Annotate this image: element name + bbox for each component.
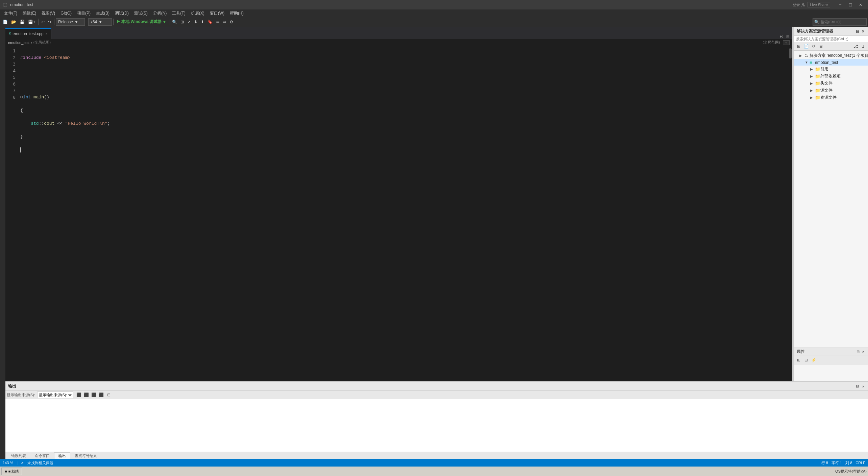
status-bar-right: 行 8 字符 1 列 8 CRLF: [821, 460, 865, 466]
toolbar-btn-12[interactable]: ⚙: [228, 19, 235, 25]
menu-item-D[interactable]: 调试(D): [112, 10, 131, 17]
zoom-indicator[interactable]: 143 %: [3, 461, 13, 465]
search-file-button[interactable]: 🔍: [171, 19, 178, 25]
start-button[interactable]: ■ ■ 就绪: [1, 468, 22, 475]
platform-dropdown[interactable]: x64 ▼ x64 x86: [88, 18, 112, 26]
tab-close-0[interactable]: ×: [46, 32, 48, 36]
se-dock-icon[interactable]: ⊟: [855, 29, 860, 34]
menu-item-H[interactable]: 帮助(H): [227, 10, 246, 17]
toolbar-btn-11[interactable]: ➡: [221, 19, 227, 25]
tree-arrow-ext[interactable]: ▶: [810, 74, 815, 78]
props-btn-events[interactable]: ⚡: [810, 357, 817, 363]
save-button[interactable]: 💾: [18, 19, 26, 25]
tree-arrow-hdr[interactable]: ▶: [810, 81, 815, 85]
sol-btn-1[interactable]: ⊞: [795, 43, 802, 50]
bottom-tab-1[interactable]: 命令窗口: [30, 452, 54, 459]
sol-btn-2[interactable]: 📄: [803, 43, 810, 50]
bookmark-button[interactable]: 🔖: [206, 19, 214, 25]
bottom-tab-3[interactable]: 查找符号结果: [70, 452, 101, 459]
bottom-tab-2[interactable]: 输出: [54, 452, 70, 459]
menu-item-B[interactable]: 生成(B): [93, 10, 112, 17]
tree-item-resources[interactable]: ▶ 📁 资源文件: [794, 94, 868, 101]
output-btn-5[interactable]: ⊟: [105, 391, 112, 398]
menu-item-P[interactable]: 项目(P): [74, 10, 93, 17]
scope-dropdown[interactable]: (全局范围): [763, 40, 780, 45]
sol-btn-changes[interactable]: ±: [860, 43, 867, 50]
code-editor[interactable]: 1 2 3 4 5 6 7 8 #include <iostream> ⊟int…: [5, 46, 792, 381]
tree-arrow-src[interactable]: ▶: [810, 89, 815, 92]
sol-btn-3[interactable]: ↺: [810, 43, 817, 50]
menu-item-S[interactable]: 测试(S): [131, 10, 150, 17]
code-content[interactable]: #include <iostream> ⊟int main() { std::c…: [19, 46, 788, 381]
menu-item-N[interactable]: 分析(N): [150, 10, 170, 17]
output-toolbar: 显示输出来源(S): 显示输出来源(S): ⬛ ⬛ ⬛ ⬛ ⊟: [5, 391, 868, 399]
bottom-tab-0[interactable]: 错误列表: [7, 452, 30, 459]
editor-tab-0[interactable]: S emotion_test.cpp ×: [5, 28, 51, 39]
tree-item-external[interactable]: ▶ 📁 外部依赖项: [794, 73, 868, 80]
breadcrumb-project[interactable]: emotion_test: [8, 41, 29, 45]
props-close-icon[interactable]: ×: [861, 350, 865, 354]
output-btn-3[interactable]: ⬛: [91, 391, 97, 398]
pin-tab-button[interactable]: ⧑: [778, 34, 785, 39]
props-btn-sort[interactable]: ⊞: [795, 357, 802, 363]
scrollbar-thumb[interactable]: [789, 48, 792, 58]
editor-scrollbar[interactable]: [788, 46, 792, 381]
tree-project[interactable]: ▼ ■ emotion_test: [794, 59, 868, 66]
tree-item-references[interactable]: ▶ 📁 引用: [794, 66, 868, 73]
start-label: ■ 就绪: [8, 469, 19, 474]
toolbar-btn-8[interactable]: ⬆: [199, 19, 206, 25]
user-label[interactable]: 登录 凡: [793, 2, 805, 7]
output-source-select[interactable]: 显示输出来源(S):: [37, 391, 73, 398]
menu-item-V[interactable]: 视图(V): [39, 10, 58, 17]
toolbar-btn-10[interactable]: ⬅: [215, 19, 221, 25]
save-all-button[interactable]: 💾+: [27, 19, 37, 25]
menu-item-W[interactable]: 窗口(W): [207, 10, 227, 17]
add-scope-button[interactable]: +: [783, 40, 790, 45]
se-header-actions: ⊟ ×: [855, 29, 865, 34]
undo-button[interactable]: ↩: [40, 19, 46, 25]
tree-item-headers[interactable]: ▶ 📁 头文件: [794, 80, 868, 87]
menu-item-X[interactable]: 扩展(X): [188, 10, 207, 17]
sol-btn-4[interactable]: ⊟: [818, 43, 824, 50]
output-pin-icon[interactable]: ⊟: [855, 384, 860, 388]
tree-item-sources[interactable]: ▶ 📁 源文件: [794, 87, 868, 94]
props-btn-cat[interactable]: ⊟: [803, 357, 810, 363]
live-share-btn[interactable]: Live Share: [807, 2, 830, 7]
redo-button[interactable]: ↪: [47, 19, 53, 25]
sol-btn-git[interactable]: ⎇: [852, 43, 859, 50]
collapse-icon-main[interactable]: ⊟: [20, 95, 23, 100]
maximize-button[interactable]: □: [846, 1, 855, 8]
os-label: OS提示符(帮助)(A): [835, 469, 867, 474]
open-button[interactable]: 📂: [10, 19, 18, 25]
tree-arrow-ref[interactable]: ▶: [810, 67, 815, 71]
close-button[interactable]: ×: [856, 1, 865, 8]
search-input[interactable]: [821, 20, 861, 24]
main-area: S emotion_test.cpp × ⧑ ⊟ emotion_test › …: [0, 27, 868, 459]
minimize-button[interactable]: －: [836, 1, 845, 8]
menu-item-F[interactable]: 文件(F): [1, 10, 20, 17]
toolbar-btn-7[interactable]: ⬇: [193, 19, 199, 25]
output-btn-2[interactable]: ⬛: [83, 391, 90, 398]
new-file-button[interactable]: 📄: [1, 19, 9, 25]
tree-arrow-solution[interactable]: ▶: [799, 54, 804, 57]
config-dropdown[interactable]: Release ▼ Release Debug: [56, 18, 85, 26]
output-btn-1[interactable]: ⬛: [76, 391, 82, 398]
output-close-icon[interactable]: ×: [861, 384, 865, 388]
menu-item-E[interactable]: 编辑(E): [20, 10, 39, 17]
resource-files-label: 资源文件: [820, 95, 837, 100]
toolbar-btn-5[interactable]: ⊞: [179, 19, 185, 25]
props-pin-icon[interactable]: ⊟: [855, 350, 861, 354]
menu-item-T[interactable]: 工具(T): [169, 10, 188, 17]
se-close-icon[interactable]: ×: [861, 29, 865, 34]
start-icon: ■: [5, 469, 7, 473]
split-editor-button[interactable]: ⊟: [785, 34, 791, 39]
toolbar-btn-6[interactable]: ↗: [186, 19, 192, 25]
tree-arrow-project[interactable]: ▼: [805, 61, 810, 64]
tree-solution-root[interactable]: ▶ 🗂 解决方案 'emotion_test'(1 个项目): [794, 52, 868, 59]
encoding-label[interactable]: CRLF: [855, 461, 865, 465]
menu-item-GitG[interactable]: Git(G): [58, 10, 74, 16]
output-btn-4[interactable]: ⬛: [98, 391, 105, 398]
tree-arrow-res[interactable]: ▶: [810, 96, 815, 99]
run-button[interactable]: ▶ 本地 Windows 调试器 ▼: [115, 18, 168, 25]
solution-search-input[interactable]: [794, 36, 868, 42]
